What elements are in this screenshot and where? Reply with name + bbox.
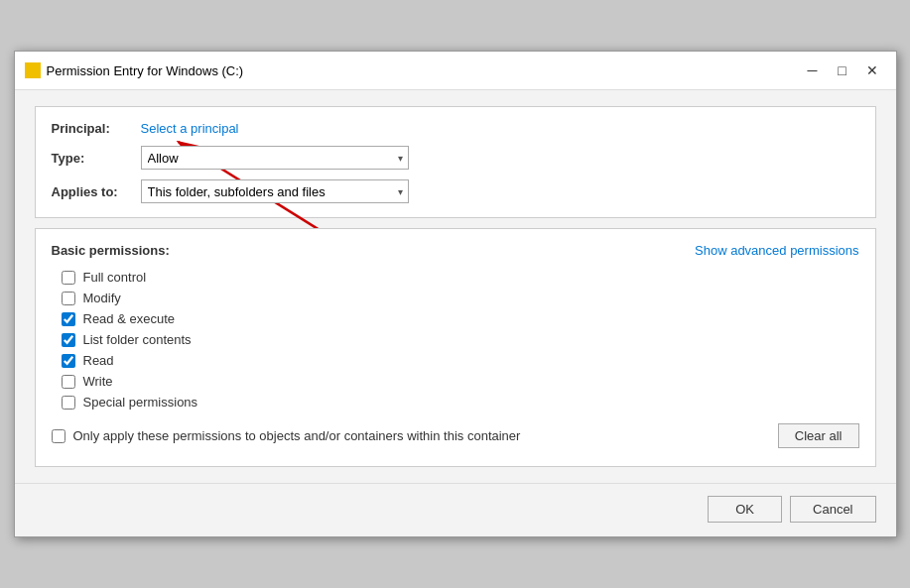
- principal-label: Principal:: [52, 121, 141, 136]
- dialog-title: Permission Entry for Windows (C:): [47, 63, 799, 78]
- applies-to-select-wrapper: This folder, subfolders and files This f…: [141, 179, 409, 203]
- perm-write-item: Write: [62, 374, 859, 389]
- svg-rect-1: [25, 64, 32, 68]
- principal-section: Principal: Select a principal Type: Allo…: [35, 106, 876, 218]
- perm-list-folder-checkbox[interactable]: [62, 333, 75, 347]
- dialog-body: Principal: Select a principal Type: Allo…: [15, 90, 896, 483]
- cancel-button[interactable]: Cancel: [790, 496, 875, 523]
- dialog-footer: OK Cancel: [15, 483, 896, 536]
- show-advanced-link[interactable]: Show advanced permissions: [695, 243, 858, 258]
- only-apply-label[interactable]: Only apply these permissions to objects …: [73, 428, 521, 443]
- perm-modify-item: Modify: [62, 291, 859, 305]
- permissions-checkbox-list: Full control Modify Read & execute List …: [52, 270, 859, 410]
- perm-read-label[interactable]: Read: [83, 353, 114, 368]
- perm-read-item: Read: [62, 353, 859, 368]
- title-bar: Permission Entry for Windows (C:) ─ □ ✕: [15, 52, 896, 90]
- perm-full-control-checkbox[interactable]: [62, 271, 75, 285]
- type-select[interactable]: Allow Deny: [141, 146, 409, 170]
- principal-row: Principal: Select a principal: [52, 121, 859, 136]
- only-apply-row: Only apply these permissions to objects …: [52, 428, 521, 443]
- perm-read-execute-item: Read & execute: [62, 311, 859, 326]
- perm-special-checkbox[interactable]: [62, 396, 75, 410]
- permission-entry-dialog: Permission Entry for Windows (C:) ─ □ ✕ …: [14, 51, 897, 537]
- type-row: Type: Allow Deny ▾: [52, 146, 859, 170]
- type-label: Type:: [52, 151, 141, 166]
- clear-all-button[interactable]: Clear all: [778, 423, 859, 448]
- perm-write-checkbox[interactable]: [62, 375, 75, 389]
- maximize-button[interactable]: □: [829, 59, 856, 81]
- ok-button[interactable]: OK: [708, 496, 782, 523]
- perm-read-execute-checkbox[interactable]: [62, 312, 75, 326]
- perm-write-label[interactable]: Write: [83, 374, 113, 389]
- perm-full-control-item: Full control: [62, 270, 859, 285]
- perm-special-label[interactable]: Special permissions: [83, 395, 198, 410]
- basic-permissions-title: Basic permissions:: [52, 243, 170, 258]
- perm-list-folder-label[interactable]: List folder contents: [83, 332, 192, 347]
- perm-modify-checkbox[interactable]: [62, 292, 75, 305]
- perm-list-folder-item: List folder contents: [62, 332, 859, 347]
- perm-special-item: Special permissions: [62, 395, 859, 410]
- minimize-button[interactable]: ─: [799, 59, 827, 81]
- applies-to-row: Applies to: This folder, subfolders and …: [52, 179, 859, 203]
- perm-modify-label[interactable]: Modify: [83, 291, 121, 305]
- perm-read-checkbox[interactable]: [62, 354, 75, 368]
- perm-read-execute-label[interactable]: Read & execute: [83, 311, 176, 326]
- type-select-wrapper: Allow Deny ▾: [141, 146, 409, 170]
- window-controls: ─ □ ✕: [799, 59, 886, 81]
- perm-full-control-label[interactable]: Full control: [83, 270, 147, 285]
- permissions-header: Basic permissions: Show advanced permiss…: [52, 243, 859, 258]
- applies-to-select[interactable]: This folder, subfolders and files This f…: [141, 179, 409, 203]
- folder-icon: [25, 62, 41, 78]
- permissions-section: Basic permissions: Show advanced permiss…: [35, 228, 876, 467]
- bottom-section: Only apply these permissions to objects …: [52, 410, 859, 452]
- only-apply-checkbox[interactable]: [52, 429, 65, 443]
- close-button[interactable]: ✕: [858, 59, 886, 81]
- applies-to-label: Applies to:: [52, 184, 141, 199]
- select-principal-link[interactable]: Select a principal: [141, 121, 239, 136]
